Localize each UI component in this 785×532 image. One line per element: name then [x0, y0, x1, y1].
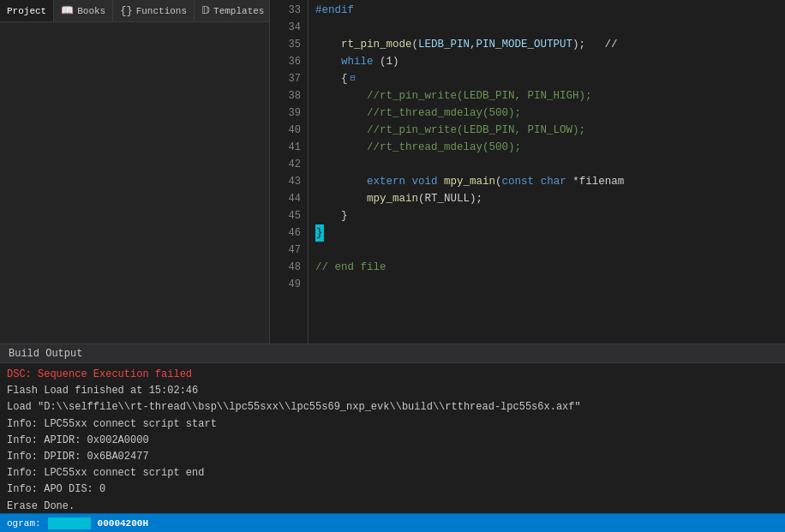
line-num-40: 40	[277, 122, 301, 139]
code-token	[438, 173, 445, 190]
code-token: (	[495, 173, 502, 190]
line-num-41: 41	[277, 139, 301, 156]
code-token: (	[412, 36, 419, 53]
code-content: 33 34 35 36 37 38 39 40 41 42 43 44 45 4…	[270, 0, 785, 344]
code-token: //rt_thread_mdelay(500);	[315, 139, 521, 156]
code-token: ); //	[572, 36, 618, 53]
line-num-37: 37	[277, 70, 301, 87]
output-line-9: Erase Done.	[7, 499, 778, 514]
code-line-38: //rt_pin_write(LEDB_PIN, PIN_HIGH);	[315, 87, 785, 105]
books-icon: 📖	[61, 4, 74, 17]
code-line-49	[315, 276, 785, 293]
code-token	[405, 173, 412, 190]
status-bar: ogram: 00004200H	[0, 513, 785, 532]
collapse-icon[interactable]: ⊟	[351, 70, 356, 87]
tab-functions[interactable]: {} Functions	[113, 0, 195, 21]
code-token: #endif	[315, 2, 354, 19]
tab-templates[interactable]: 𝔻 Templates	[195, 0, 272, 21]
line-numbers: 33 34 35 36 37 38 39 40 41 42 43 44 45 4…	[270, 0, 309, 344]
code-token	[315, 173, 367, 190]
code-token: //rt_thread_mdelay(500);	[315, 105, 521, 122]
code-line-47	[315, 242, 785, 259]
code-token: //rt_pin_write(LEDB_PIN, PIN_LOW);	[315, 122, 585, 139]
program-address: 00004200H	[98, 518, 148, 529]
code-token: }	[315, 207, 348, 224]
code-token: ,	[470, 36, 476, 53]
templates-label: Templates	[213, 6, 264, 16]
code-line-35: rt_pin_mode ( LEDB_PIN , PIN_MODE_OUTPUT…	[315, 36, 785, 53]
line-num-39: 39	[277, 105, 301, 122]
code-token: *filenam	[566, 173, 625, 190]
output-line-6: Info: DPIDR: 0x6BA02477	[7, 449, 778, 465]
code-token	[315, 53, 341, 70]
build-output-content[interactable]: DSC: Sequence Execution failed Flash Loa…	[0, 363, 785, 513]
line-num-48: 48	[277, 259, 301, 276]
templates-icon: 𝔻	[201, 4, 210, 17]
output-line-8: Info: APO DIS: 0	[7, 481, 778, 498]
line-num-34: 34	[277, 19, 301, 36]
code-line-43: extern void mpy_main ( const char *filen…	[315, 173, 785, 190]
output-line-7: Info: LPC55xx connect script end	[7, 465, 778, 481]
line-num-45: 45	[277, 207, 301, 224]
main-layout: Project 📖 Books {} Functions 𝔻 Templates…	[0, 0, 785, 344]
panel-tabs: Project 📖 Books {} Functions 𝔻 Templates	[0, 0, 269, 22]
output-line-1: DSC: Sequence Execution failed	[7, 367, 778, 383]
line-num-33: 33	[277, 2, 301, 19]
code-token: {	[315, 70, 348, 87]
progress-indicator	[48, 517, 91, 529]
output-line-5: Info: APIDR: 0x002A0000	[7, 433, 778, 449]
output-line-4: Info: LPC55xx connect script start	[7, 416, 778, 433]
tab-project[interactable]: Project	[0, 0, 54, 21]
functions-label: Functions	[136, 6, 187, 16]
output-line-2: Flash Load finished at 15:02:46	[7, 383, 778, 399]
code-token: char	[541, 173, 566, 190]
code-token	[534, 173, 541, 190]
code-line-34	[315, 19, 785, 36]
code-line-40: //rt_pin_write(LEDB_PIN, PIN_LOW);	[315, 122, 785, 139]
code-token	[315, 36, 341, 53]
tab-books[interactable]: 📖 Books	[54, 0, 113, 21]
code-line-33: #endif	[315, 2, 785, 19]
line-num-46: 46	[277, 224, 301, 242]
project-label: Project	[7, 6, 46, 16]
line-num-49: 49	[277, 276, 301, 293]
code-token: PIN_MODE_OUTPUT	[476, 36, 573, 53]
line-num-38: 38	[277, 87, 301, 105]
editor-panel: 33 34 35 36 37 38 39 40 41 42 43 44 45 4…	[270, 0, 785, 344]
code-line-42	[315, 156, 785, 173]
books-label: Books	[77, 6, 105, 16]
output-line-3: Load "D:\\selffile\\rt-thread\\bsp\\lpc5…	[7, 399, 778, 415]
code-token: rt_pin_mode	[341, 36, 412, 53]
code-token: (RT_NULL);	[418, 190, 482, 207]
code-line-39: //rt_thread_mdelay(500);	[315, 105, 785, 122]
code-line-48: // end file	[315, 259, 785, 276]
code-token: const	[502, 173, 535, 190]
code-line-46: }	[315, 224, 785, 242]
build-output-header: Build Output	[0, 344, 785, 363]
bottom-section: Build Output DSC: Sequence Execution fai…	[0, 344, 785, 513]
code-line-36: while (1)	[315, 53, 785, 70]
code-token: mpy_main	[444, 173, 495, 190]
program-label: ogram:	[7, 518, 41, 529]
code-line-41: //rt_thread_mdelay(500);	[315, 139, 785, 156]
line-num-43: 43	[277, 173, 301, 190]
code-token: // end file	[315, 259, 387, 276]
code-token	[315, 190, 367, 207]
code-token: //rt_pin_write(LEDB_PIN, PIN_HIGH);	[315, 87, 592, 105]
code-token: (1)	[374, 53, 399, 70]
code-token: LEDB_PIN	[418, 36, 470, 53]
line-num-44: 44	[277, 190, 301, 207]
code-lines[interactable]: #endif rt_pin_mode ( LEDB_PIN , PIN_MODE…	[309, 0, 785, 344]
line-num-35: 35	[277, 36, 301, 53]
functions-icon: {}	[120, 5, 132, 17]
code-line-37: { ⊟	[315, 70, 785, 87]
code-token: }	[315, 224, 324, 242]
code-token: mpy_main	[367, 190, 418, 207]
code-token: while	[341, 53, 374, 70]
build-output-title: Build Output	[9, 348, 82, 360]
line-num-42: 42	[277, 156, 301, 173]
code-line-45: }	[315, 207, 785, 224]
line-num-36: 36	[277, 53, 301, 70]
code-line-44: mpy_main (RT_NULL);	[315, 190, 785, 207]
code-token: void	[412, 173, 438, 190]
